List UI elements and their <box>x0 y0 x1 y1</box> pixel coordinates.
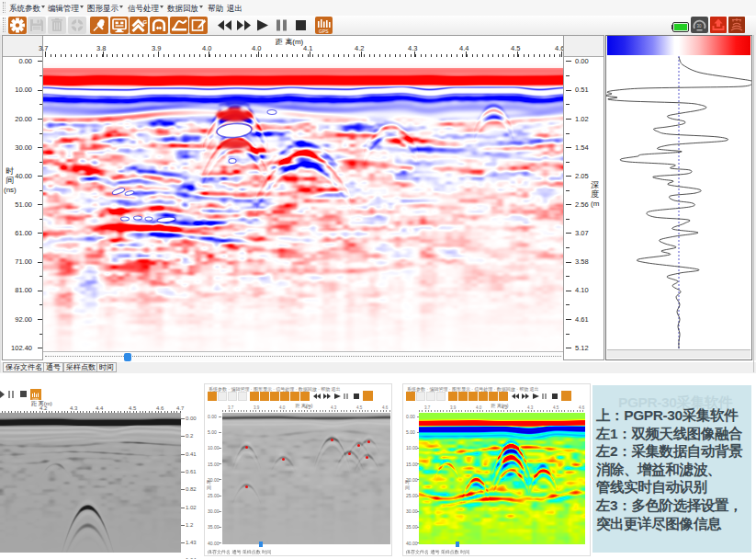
svg-text:G: G <box>143 19 148 25</box>
svg-text:GPS: GPS <box>319 29 329 34</box>
svg-text:30: 30 <box>697 24 703 29</box>
